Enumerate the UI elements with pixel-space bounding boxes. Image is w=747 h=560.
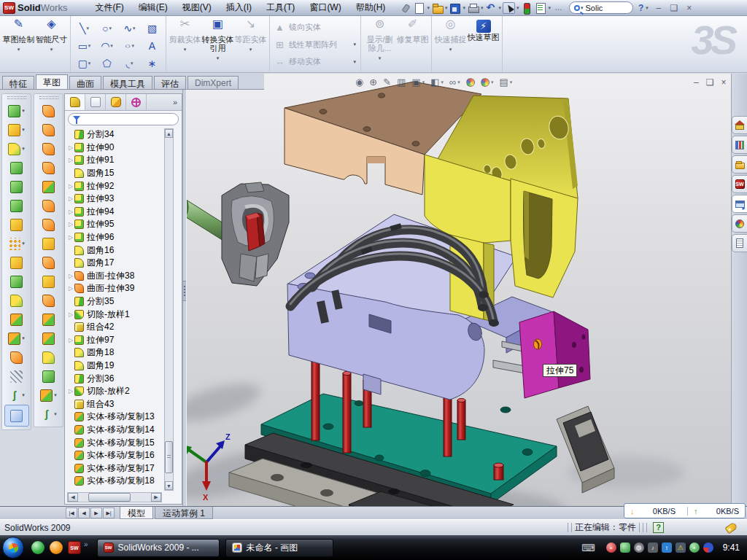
trim-surface-tool[interactable] [34, 253, 63, 272]
tree-item-27[interactable]: 实体-移动/复制18 [67, 475, 165, 488]
gear-tray-icon[interactable]: ⚙ [634, 542, 644, 553]
move-copy-body-tool[interactable] [2, 310, 31, 329]
toolbar-overflow-icon[interactable]: … [552, 2, 565, 14]
menu-item-2[interactable]: 视图(V) [175, 0, 219, 16]
edit-appearance-icon[interactable] [466, 78, 475, 87]
expander-icon[interactable]: ▷ [67, 311, 74, 318]
open-icon[interactable] [431, 2, 444, 14]
quick-launch-overflow-icon[interactable]: » [84, 540, 88, 548]
knit-surface-tool[interactable] [34, 272, 63, 291]
tree-item-6[interactable]: ▷拉伸94 [67, 206, 165, 219]
tab-nav-1[interactable]: ◀ [78, 508, 90, 518]
messenger-quicklaunch-icon[interactable] [31, 541, 44, 554]
repair-sketch-button[interactable]: ✐ 修复草图 [396, 18, 429, 44]
expander-icon[interactable]: ▷ [67, 221, 74, 228]
tree-item-1[interactable]: ▷拉伸90 [67, 141, 165, 155]
dome-tool[interactable] [34, 348, 63, 367]
scroll-up-button[interactable]: ▲ [165, 129, 173, 138]
menu-item-3[interactable]: 插入(I) [219, 0, 259, 16]
toolbar-grip[interactable] [7, 96, 26, 99]
planar-surface-tool[interactable] [34, 215, 63, 234]
panel-splitter[interactable] [182, 74, 187, 506]
expander-icon[interactable]: ▷ [67, 195, 74, 202]
boundary-surface-tool[interactable] [34, 177, 63, 196]
tree-filter-input[interactable] [68, 113, 179, 125]
tree-item-12[interactable]: ▷曲面-拉伸39 [67, 282, 165, 295]
zoom-fit-icon[interactable]: ◉ [355, 77, 363, 88]
expander-icon[interactable]: ▷ [67, 285, 74, 292]
revolved-surface-tool[interactable] [34, 120, 63, 139]
menu-item-6[interactable]: 帮助(H) [349, 0, 393, 16]
tree-item-18[interactable]: 圆角19 [67, 359, 165, 373]
sketch-fillet-tool[interactable]: ◟▾ [118, 55, 141, 72]
plane-tool[interactable] [2, 348, 31, 367]
reference-geometry-2-tool[interactable]: ▾ [34, 386, 63, 405]
horizontal-scroll-thumb[interactable] [88, 493, 131, 502]
sketch-text-tool[interactable]: A [141, 37, 163, 55]
quick-snaps-button[interactable]: ◎ 快速捕捉 ▾ [434, 18, 467, 54]
select-box-tool[interactable]: ▧ [141, 20, 163, 37]
chevron-down-icon[interactable]: ▾ [516, 5, 519, 11]
toolbar-grip[interactable] [39, 96, 58, 99]
circle-tool[interactable]: ○▾ [96, 20, 118, 37]
tree-item-8[interactable]: ▷拉伸96 [67, 231, 165, 244]
rapid-sketch-button[interactable]: ⚡ 快速草图 [467, 18, 500, 42]
section-view-icon[interactable]: ▥ [397, 77, 406, 88]
chevron-down-icon[interactable]: ▾ [481, 5, 484, 11]
expander-icon[interactable]: ▷ [67, 183, 74, 190]
scroll-right-button[interactable]: ▶ [151, 493, 161, 502]
design-library-tab[interactable] [732, 136, 747, 154]
expander-icon[interactable]: ▷ [67, 157, 74, 163]
display-delete-relations-button[interactable]: ⊚ 显示/删除几... ▾ [363, 18, 396, 63]
scroll-left-button[interactable]: ◀ [68, 493, 78, 502]
close-button[interactable]: × [684, 3, 694, 13]
taskbar-button-0[interactable]: SWSolidWorks 2009 - ... [97, 539, 220, 557]
help-dropdown-icon[interactable]: ▾ [646, 5, 649, 11]
tag-icon[interactable] [724, 521, 738, 534]
surface-extrude-tool[interactable] [34, 101, 63, 120]
extend-surface-tool[interactable] [34, 234, 63, 253]
move-entities-button[interactable]: ↔ 移动实体 ▾ [274, 56, 356, 67]
tree-item-15[interactable]: 组合42 [67, 321, 165, 334]
extruded-cut-tool[interactable]: ▾ [2, 120, 31, 139]
view-orientation-icon[interactable]: ▣▾ [411, 77, 425, 88]
swept-surface-tool[interactable] [34, 139, 63, 158]
wrap-tool[interactable] [34, 329, 63, 348]
mirror-bodies-tool[interactable] [2, 272, 31, 291]
doc-close-button[interactable]: × [721, 77, 726, 88]
tree-horizontal-scrollbar[interactable]: ◀ ▶ [67, 492, 162, 502]
linear-sketch-pattern-button[interactable]: ⊞ 线性草图阵列 ▾ [274, 39, 356, 50]
tab-模具工具[interactable]: 模具工具 [103, 76, 152, 89]
hide-show-items-icon[interactable]: ∞▾ [449, 77, 460, 88]
expander-icon[interactable]: ▷ [67, 337, 74, 343]
tree-item-21[interactable]: 组合43 [67, 397, 165, 411]
tree-item-5[interactable]: ▷拉伸93 [67, 192, 165, 206]
search-input[interactable]: ▾ Solic [569, 1, 633, 14]
graphics-area[interactable]: Y Z X [182, 74, 732, 506]
tree-item-16[interactable]: ▷拉伸97 [67, 334, 165, 347]
deform-tool[interactable] [34, 310, 63, 329]
axis-tool[interactable] [2, 367, 31, 386]
tab-nav-3[interactable]: ▶| [103, 508, 115, 518]
view-palette-tab[interactable] [732, 195, 747, 213]
tree-item-23[interactable]: 实体-移动/复制14 [67, 424, 165, 437]
help-button[interactable]: ? [638, 3, 643, 13]
tree-item-9[interactable]: 圆角16 [67, 244, 165, 257]
scroll-down-button[interactable]: ▼ [165, 481, 173, 490]
save-icon[interactable] [449, 2, 461, 14]
tree-item-26[interactable]: 实体-移动/复制17 [67, 462, 165, 475]
featuremanager-tab[interactable] [65, 94, 85, 110]
pin-icon[interactable] [399, 2, 411, 14]
solidworks-community-tab[interactable]: SW [732, 175, 747, 193]
rectangle-tool[interactable]: ▭▾ [73, 37, 96, 55]
volume-tray-icon[interactable]: ♪ [648, 542, 658, 553]
tree-item-24[interactable]: 实体-移动/复制15 [67, 436, 165, 449]
reference-geometry-tool[interactable]: ▾ [2, 329, 31, 348]
sync-tray-icon[interactable]: ↕ [662, 542, 672, 553]
file-explorer-tab[interactable] [732, 155, 747, 174]
polygon-tool[interactable]: ⬠ [96, 55, 118, 72]
configurationmanager-tab[interactable] [106, 94, 126, 110]
expander-icon[interactable]: ▷ [67, 234, 74, 241]
view-settings-icon[interactable]: ▤▾ [499, 77, 512, 88]
hole-wizard-tool[interactable] [2, 215, 31, 234]
